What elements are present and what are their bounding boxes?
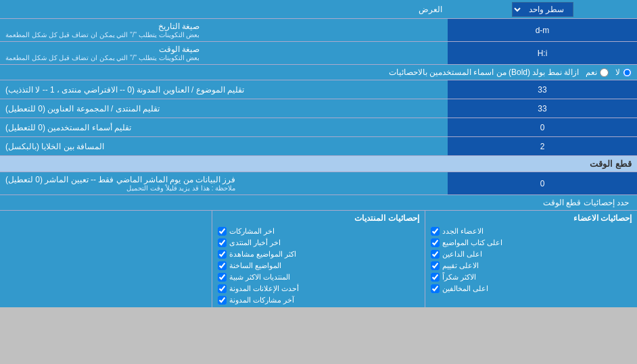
time-format-input[interactable]: [452, 49, 633, 58]
bold-no-label[interactable]: لا: [615, 68, 632, 77]
checkboxes-grid: إحصائيات الاعضاء الاعضاء الجدد اعلى كتاب…: [0, 211, 637, 307]
col2-item-1[interactable]: اخر أخبار المنتدى: [218, 238, 419, 247]
bold-yes-label[interactable]: نعم: [586, 68, 609, 77]
col2-checkbox-3[interactable]: [218, 261, 227, 270]
time-format-input-wrapper[interactable]: [448, 42, 637, 64]
trim-forum-label: تقليم المنتدى / المجموعة العناوين (0 للت…: [0, 99, 448, 118]
date-format-label: صيغة التاريخ بعض التكوينات يتطلب "/" الت…: [0, 19, 448, 41]
trim-forum-row: تقليم المنتدى / المجموعة العناوين (0 للت…: [0, 99, 637, 118]
stats-col2-header: إحصائيات المنتديات: [218, 213, 419, 223]
trim-users-label: تقليم أسماء المستخدمين (0 للتعطيل): [0, 118, 448, 136]
col1-checkbox-3[interactable]: [431, 261, 440, 270]
col2-item-0[interactable]: اخر المشاركات: [218, 227, 419, 236]
col2-item-4[interactable]: المنتديات الاكثر شبية: [218, 273, 419, 282]
bold-label: ازالة نمط بولد (Bold) من اسماء المستخدمي…: [5, 68, 579, 77]
date-format-row: صيغة التاريخ بعض التكوينات يتطلب "/" الت…: [0, 19, 637, 42]
col2-checkbox-1[interactable]: [218, 238, 227, 247]
display-label: العرض: [0, 2, 448, 17]
col2-checkbox-5[interactable]: [218, 284, 227, 293]
stats-col2: إحصائيات المنتديات اخر المشاركات اخر أخب…: [212, 211, 424, 307]
trim-forum-input[interactable]: [452, 104, 633, 113]
space-input[interactable]: [452, 142, 633, 151]
bold-yes-radio[interactable]: [600, 68, 609, 77]
time-format-row: صيغة الوقت بعض التكوينات يتطلب "/" التي …: [0, 42, 637, 65]
date-format-input[interactable]: [452, 26, 633, 35]
display-row: العرض سطر واحد سطرين ثلاثة أسطر: [0, 0, 637, 19]
trim-titles-row: تقليم الموضوع / العناوين المدونة (0 -- ا…: [0, 80, 637, 99]
col1-item-0[interactable]: الاعضاء الجدد: [431, 227, 632, 236]
col2-checkbox-6[interactable]: [218, 296, 227, 305]
trim-users-input-wrapper[interactable]: [448, 118, 637, 136]
display-select[interactable]: سطر واحد سطرين ثلاثة أسطر: [512, 2, 573, 17]
bold-row: ازالة نمط بولد (Bold) من اسماء المستخدمي…: [0, 65, 637, 80]
trim-users-row: تقليم أسماء المستخدمين (0 للتعطيل): [0, 118, 637, 137]
cut-section-header: قطع الوقت: [0, 156, 637, 172]
col1-checkbox-5[interactable]: [431, 284, 440, 293]
cut-days-input-wrapper[interactable]: [448, 172, 637, 194]
bold-no-radio[interactable]: [623, 68, 632, 77]
date-format-input-wrapper[interactable]: [448, 19, 637, 41]
col1-item-4[interactable]: الاكثر شكراً: [431, 273, 632, 282]
trim-titles-input[interactable]: [452, 85, 633, 95]
stats-col3-header: [5, 213, 206, 223]
col2-checkbox-2[interactable]: [218, 250, 227, 259]
display-select-wrapper[interactable]: سطر واحد سطرين ثلاثة أسطر: [448, 1, 637, 18]
trim-users-input[interactable]: [452, 123, 633, 132]
stats-col1-header: إحصائيات الاعضاء: [431, 213, 632, 223]
col1-item-2[interactable]: اعلى الداعين: [431, 250, 632, 259]
trim-forum-input-wrapper[interactable]: [448, 99, 637, 118]
space-input-wrapper[interactable]: [448, 137, 637, 155]
trim-titles-label: تقليم الموضوع / العناوين المدونة (0 -- ا…: [0, 80, 448, 99]
col1-item-5[interactable]: اعلى المخالفين: [431, 284, 632, 293]
stats-col1: إحصائيات الاعضاء الاعضاء الجدد اعلى كتاب…: [425, 211, 637, 307]
stats-col3: [0, 211, 212, 307]
col1-checkbox-0[interactable]: [431, 227, 440, 236]
col2-item-3[interactable]: المواضيع الساخنة: [218, 261, 419, 270]
cut-days-row: فرز البيانات من يوم الماشر الماضي فقط --…: [0, 172, 637, 195]
col1-item-1[interactable]: اعلى كتاب المواضيع: [431, 238, 632, 247]
space-label: المسافة بين الخلايا (بالبكسل): [0, 137, 448, 155]
trim-titles-input-wrapper[interactable]: [448, 80, 637, 99]
col1-checkbox-4[interactable]: [431, 273, 440, 282]
col2-checkbox-4[interactable]: [218, 273, 227, 282]
col2-checkbox-0[interactable]: [218, 227, 227, 236]
time-format-label: صيغة الوقت بعض التكوينات يتطلب "/" التي …: [0, 42, 448, 64]
col2-item-2[interactable]: اكثر المواضيع مشاهدة: [218, 250, 419, 259]
col1-checkbox-1[interactable]: [431, 238, 440, 247]
col1-item-3[interactable]: الاعلى تقييم: [431, 261, 632, 270]
space-row: المسافة بين الخلايا (بالبكسل): [0, 137, 637, 156]
cut-days-input[interactable]: [452, 179, 633, 188]
col2-item-6[interactable]: آخر مشاركات المدونة: [218, 296, 419, 305]
col2-item-5[interactable]: أحدث الإعلانات المدونة: [218, 284, 419, 293]
cut-days-label: فرز البيانات من يوم الماشر الماضي فقط --…: [0, 172, 448, 194]
col1-checkbox-2[interactable]: [431, 250, 440, 259]
stats-header: حدد إحصائيات قطع الوقت: [0, 195, 637, 211]
